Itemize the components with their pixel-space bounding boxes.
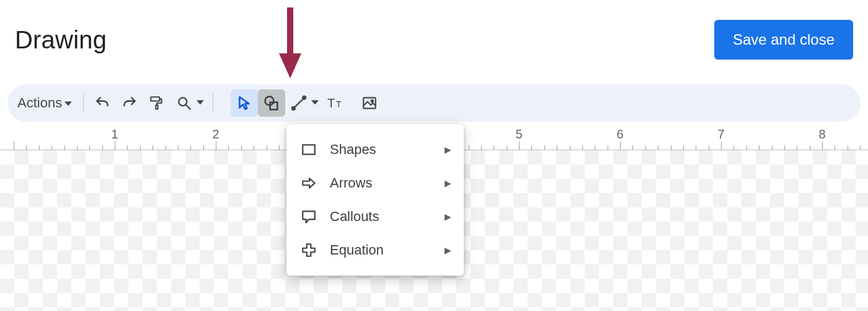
text-icon: T T: [327, 95, 345, 111]
ruler-minor-tick: [39, 145, 40, 150]
svg-line-5: [186, 105, 190, 109]
toolbar-separator: [213, 94, 213, 112]
svg-point-14: [371, 100, 373, 102]
menu-item-arrows[interactable]: Arrows ▶: [286, 166, 464, 200]
menu-item-equation[interactable]: Equation ▶: [286, 233, 464, 267]
text-box-button[interactable]: T T: [322, 89, 350, 117]
undo-button[interactable]: [89, 89, 116, 117]
svg-point-9: [292, 107, 295, 110]
menu-label: Equation: [330, 242, 432, 258]
ruler-label: 5: [515, 127, 522, 142]
rectangle-icon: [300, 141, 317, 158]
toolbar: Actions: [7, 84, 861, 122]
ruler-minor-tick: [810, 145, 810, 150]
caret-down-icon[interactable]: [311, 97, 319, 109]
menu-item-shapes[interactable]: Shapes ▶: [286, 133, 464, 166]
svg-text:T: T: [327, 96, 335, 110]
plus-icon: [300, 241, 317, 259]
line-tool-button[interactable]: [285, 89, 312, 117]
svg-line-8: [293, 97, 304, 108]
ruler-minor-tick: [531, 145, 532, 150]
cursor-icon: [236, 95, 252, 111]
ruler-minor-tick: [860, 145, 861, 150]
ruler-minor-tick: [127, 145, 128, 150]
ruler-minor-tick: [772, 145, 773, 150]
zoom-button[interactable]: [170, 89, 198, 117]
menu-item-callouts[interactable]: Callouts ▶: [286, 200, 464, 233]
svg-text:T: T: [336, 99, 342, 109]
submenu-arrow-icon: ▶: [445, 212, 451, 222]
ruler-label: 6: [616, 127, 623, 142]
zoom-button-group[interactable]: [170, 89, 208, 117]
ruler-minor-tick: [241, 145, 242, 150]
ruler-minor-tick: [683, 145, 684, 150]
caret-down-icon[interactable]: [197, 97, 204, 109]
shape-dropdown-menu: Shapes ▶ Arrows ▶ Callouts ▶ Equation ▶: [286, 124, 464, 276]
ruler-minor-tick: [582, 145, 583, 150]
ruler-minor-tick: [848, 145, 848, 150]
save-and-close-button[interactable]: Save and close: [714, 20, 853, 60]
shape-tool-button[interactable]: [258, 89, 285, 117]
ruler-minor-tick: [557, 145, 557, 150]
ruler-minor-tick: [178, 145, 179, 150]
ruler-label: 7: [717, 127, 724, 142]
ruler-minor-tick: [507, 145, 507, 150]
shapes-icon: [263, 94, 280, 112]
line-tool-group[interactable]: [285, 89, 322, 117]
submenu-arrow-icon: ▶: [445, 178, 451, 188]
ruler-minor-tick: [153, 145, 153, 150]
ruler-minor-tick: [254, 145, 254, 150]
svg-rect-3: [156, 105, 158, 109]
image-icon: [361, 95, 378, 111]
ruler-minor-tick: [166, 145, 166, 150]
ruler-minor-tick: [658, 145, 658, 150]
ruler-minor-tick: [279, 145, 280, 150]
ruler-minor-tick: [544, 145, 545, 150]
ruler-minor-tick: [671, 145, 671, 150]
svg-rect-2: [151, 97, 159, 101]
ruler-minor-tick: [469, 145, 469, 150]
select-tool-button[interactable]: [231, 89, 258, 117]
ruler-minor-tick: [733, 145, 734, 150]
undo-icon: [94, 95, 110, 111]
ruler-minor-tick: [190, 145, 191, 150]
actions-menu-button[interactable]: Actions: [15, 89, 78, 117]
ruler-minor-tick: [51, 145, 52, 150]
ruler-major-tick: [721, 142, 722, 150]
actions-label: Actions: [17, 95, 62, 111]
ruler-major-tick: [14, 142, 14, 150]
ruler-major-tick: [115, 142, 115, 150]
ruler-minor-tick: [140, 145, 141, 150]
ruler-major-tick: [620, 142, 621, 150]
ruler-minor-tick: [77, 145, 78, 150]
ruler-minor-tick: [228, 145, 229, 150]
svg-point-10: [303, 96, 306, 99]
paint-roller-icon: [149, 95, 165, 111]
ruler-minor-tick: [784, 145, 785, 150]
menu-label: Arrows: [330, 175, 432, 191]
ruler-label: 8: [818, 127, 825, 142]
image-button[interactable]: [356, 89, 383, 117]
ruler-minor-tick: [632, 145, 633, 150]
redo-icon: [122, 95, 138, 111]
paint-format-button[interactable]: [143, 89, 170, 117]
ruler-minor-tick: [481, 145, 482, 150]
callout-icon: [300, 208, 317, 225]
ruler-minor-tick: [608, 145, 608, 150]
ruler-minor-tick: [595, 145, 595, 150]
ruler-minor-tick: [570, 145, 570, 150]
ruler-minor-tick: [797, 145, 797, 150]
ruler-minor-tick: [494, 145, 494, 150]
svg-rect-15: [303, 145, 315, 154]
ruler-minor-tick: [746, 145, 747, 150]
menu-label: Callouts: [330, 209, 432, 225]
ruler-minor-tick: [102, 145, 103, 150]
redo-button[interactable]: [116, 89, 143, 117]
page-title: Drawing: [15, 26, 107, 54]
ruler-minor-tick: [64, 145, 65, 150]
ruler-minor-tick: [26, 145, 27, 150]
toolbar-separator: [83, 94, 84, 112]
line-icon: [291, 95, 307, 111]
ruler-label: 2: [212, 127, 219, 142]
submenu-arrow-icon: ▶: [445, 245, 451, 255]
